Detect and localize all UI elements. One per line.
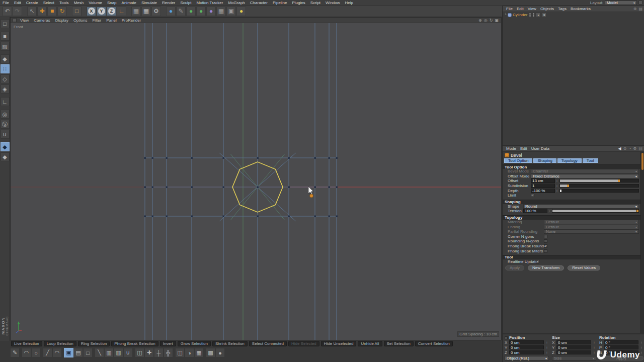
viewport-solo-icon[interactable]: ◎ — [1, 110, 10, 119]
vp-menu-cameras[interactable]: Cameras — [31, 18, 52, 23]
move-tool-icon[interactable]: ✚ — [37, 7, 47, 16]
symmetry-tool-icon[interactable]: ◑ — [185, 348, 194, 357]
extrude-inner-tool-icon[interactable]: □ — [83, 348, 93, 357]
depth-spinner[interactable]: ↕ — [555, 189, 559, 192]
om-menu-view[interactable]: View — [526, 7, 538, 11]
size-y-spinner[interactable]: ↕ — [592, 346, 596, 349]
am-search-icon[interactable]: ⊙ — [623, 146, 627, 151]
vp-menu-options[interactable]: Options — [71, 18, 90, 23]
am-settings-icon[interactable]: ⚙ — [633, 146, 636, 151]
am-filter-icon[interactable]: ▤ — [638, 146, 642, 151]
section-topology[interactable]: Topology — [503, 215, 644, 220]
om-search-icon[interactable]: ⊕ — [633, 7, 637, 11]
subdivision-spinner[interactable]: ↕ — [555, 185, 559, 188]
tab-shaping[interactable]: Shaping — [533, 158, 556, 163]
rotate-view-icon[interactable]: ↻ — [490, 18, 493, 23]
plane-cut-tool-icon[interactable]: ▥ — [104, 348, 114, 357]
menu-sculpt[interactable]: Sculpt — [178, 1, 194, 5]
phong-tag-icon[interactable]: ▪ — [536, 13, 540, 17]
subdivision-field[interactable]: 1 — [531, 184, 555, 188]
vp-menu-panel[interactable]: Panel — [104, 18, 119, 23]
size-x-field[interactable]: 0 cm — [556, 340, 591, 344]
menu-mograph[interactable]: MoGraph — [225, 1, 247, 5]
fields-menu-icon[interactable]: ● — [206, 7, 216, 16]
pos-z-spinner[interactable]: ↕ — [545, 351, 549, 354]
invert-button[interactable]: Invert — [160, 341, 176, 346]
toggle-view-icon[interactable]: ▣ — [495, 18, 499, 23]
light-menu-icon[interactable]: ● — [236, 7, 246, 16]
menu-snap[interactable]: Snap — [105, 1, 119, 5]
zoom-view-icon[interactable]: ◎ — [484, 18, 488, 23]
magnet-snap-icon[interactable]: ∪ — [1, 130, 10, 139]
om-menu-file[interactable]: File — [504, 7, 515, 11]
section-shaping[interactable]: Shaping — [503, 200, 644, 204]
menu-pipeline[interactable]: Pipeline — [270, 1, 289, 5]
interface-icon[interactable] — [638, 1, 642, 5]
om-menu-tags[interactable]: Tags — [556, 7, 569, 11]
unhide-all-button[interactable]: Unhide All — [358, 341, 382, 346]
position-checkbox[interactable] — [505, 336, 508, 339]
extrude-tool-icon[interactable]: ▤ — [73, 348, 83, 357]
am-history-icon[interactable]: ◔ — [628, 146, 631, 151]
viewport-panel-icon[interactable] — [13, 18, 17, 22]
rot-p-field[interactable]: 0 ° — [604, 345, 638, 349]
offset-spinner[interactable]: ↕ — [555, 179, 559, 183]
weld-tool-icon[interactable]: ✚ — [144, 348, 154, 357]
menu-window[interactable]: Window — [323, 1, 342, 5]
menu-edit[interactable]: Edit — [12, 1, 24, 5]
edge-cut-tool-icon[interactable]: ◫ — [135, 348, 144, 357]
depth-field[interactable]: -100 % — [531, 189, 555, 193]
stitch-sew-tool-icon[interactable]: ┼ — [154, 348, 164, 357]
offset-slider[interactable] — [559, 179, 639, 183]
size-z-spinner[interactable]: ↕ — [592, 351, 596, 354]
scrollbar-thumb[interactable] — [641, 153, 643, 170]
object-row-cylinder[interactable]: └ Cylinder ▪ ✕ — [503, 12, 644, 18]
generators-menu-icon[interactable]: ● — [186, 7, 196, 16]
hide-unselected-button[interactable]: Hide Unselected — [321, 341, 357, 346]
mirror-tool-icon[interactable]: ◫ — [175, 348, 185, 357]
pos-z-field[interactable]: 0 cm — [509, 350, 544, 354]
pos-y-spinner[interactable]: ↕ — [545, 346, 549, 349]
menu-select[interactable]: Select — [41, 1, 57, 5]
size-z-field[interactable]: 0 cm — [556, 350, 591, 354]
reset-values-button[interactable]: Reset Values — [568, 265, 600, 270]
menu-file[interactable]: File — [0, 1, 12, 5]
scale-tool-icon[interactable]: ■ — [47, 7, 57, 16]
rot-p-spinner[interactable]: ↕ — [639, 346, 643, 349]
render-picture-viewer-icon[interactable]: ▦ — [141, 7, 151, 16]
new-transform-button[interactable]: New Transform — [528, 265, 564, 270]
subdivide-tool-icon[interactable]: ▦ — [194, 348, 204, 357]
select-connected-button[interactable]: Select Connected — [249, 341, 287, 346]
rotate-tool-icon[interactable]: ↻ — [57, 7, 67, 16]
bevel-tool-icon[interactable]: ▣ — [64, 348, 73, 357]
arc-tool-icon[interactable]: ◠ — [22, 348, 31, 357]
section-tool[interactable]: Tool — [503, 255, 644, 259]
set-selection-button[interactable]: Set Selection — [384, 341, 414, 346]
x-axis-lock-button[interactable]: X — [87, 7, 96, 16]
make-editable-icon[interactable]: □ — [1, 19, 10, 28]
knife-tool-icon[interactable]: ╱ — [43, 348, 52, 357]
deformers-menu-icon[interactable]: ● — [196, 7, 206, 16]
menu-script[interactable]: Script — [308, 1, 323, 5]
menu-animate[interactable]: Animate — [119, 1, 139, 5]
enable-axis-icon[interactable]: ∟ — [1, 97, 10, 106]
close-hole-tool-icon[interactable]: ╬ — [164, 348, 173, 357]
tab-topology[interactable]: Topology — [557, 158, 582, 163]
am-menu-edit[interactable]: Edit — [518, 146, 529, 151]
object-name[interactable]: Cylinder — [513, 13, 527, 17]
loop-selection-button[interactable]: Loop Selection — [44, 341, 76, 346]
workplane-mode-icon[interactable]: ◆ — [1, 142, 10, 151]
optimize-tool-icon[interactable]: ▩ — [206, 348, 215, 357]
limit-checkbox[interactable]: ✓ — [531, 194, 534, 197]
convert-selection-button[interactable]: Convert Selection — [415, 341, 453, 346]
camera-menu-icon[interactable]: ▣ — [226, 7, 236, 16]
magnet-tool-icon[interactable]: ∪ — [123, 348, 133, 357]
circle-tool-icon[interactable]: ○ — [31, 348, 41, 357]
rounding-ngons-checkbox[interactable] — [544, 239, 547, 243]
menu-create[interactable]: Create — [24, 1, 41, 5]
loop-cut-tool-icon[interactable]: ▥ — [114, 348, 123, 357]
viewport-canvas[interactable] — [11, 23, 501, 340]
visibility-toggle-render[interactable] — [533, 13, 534, 17]
om-menu-bookmarks[interactable]: Bookmarks — [569, 7, 593, 11]
y-axis-lock-button[interactable]: Y — [97, 7, 106, 16]
